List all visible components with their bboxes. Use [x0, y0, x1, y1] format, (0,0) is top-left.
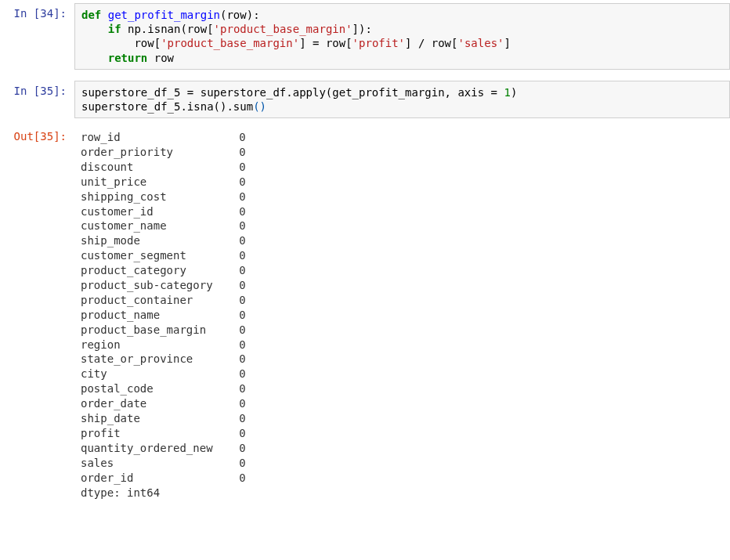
- output-prompt-35: Out[35]:: [0, 126, 74, 504]
- cell-content-35: superstore_df_5 = superstore_df.apply(ge…: [74, 81, 730, 118]
- code-cell-35: In [35]: superstore_df_5 = superstore_df…: [0, 81, 730, 118]
- output-cell-35: Out[35]: row_id 0 order_priority 0 disco…: [0, 126, 730, 504]
- output-content-35: row_id 0 order_priority 0 discount 0 uni…: [74, 126, 730, 504]
- cell-content-34: def get_profit_margin(row): if np.isnan(…: [74, 3, 730, 70]
- code-cell-34: In [34]: def get_profit_margin(row): if …: [0, 3, 730, 70]
- output-text-35: row_id 0 order_priority 0 discount 0 uni…: [74, 126, 730, 504]
- input-prompt-35: In [35]:: [0, 81, 74, 118]
- code-input-35[interactable]: superstore_df_5 = superstore_df.apply(ge…: [74, 81, 730, 118]
- input-prompt-34: In [34]:: [0, 3, 74, 70]
- code-input-34[interactable]: def get_profit_margin(row): if np.isnan(…: [74, 3, 730, 70]
